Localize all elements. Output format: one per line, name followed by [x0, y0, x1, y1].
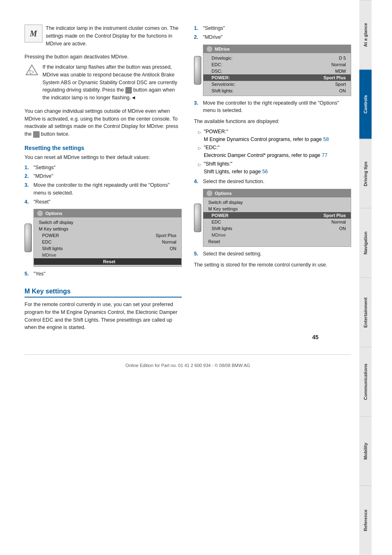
para-deactivates: Pressing the button again deactivates MD… — [24, 53, 182, 61]
bullet-edc: ▷ "EDC:" Electronic Damper Control* prog… — [198, 144, 351, 159]
step-1: 1."Settings" — [24, 164, 182, 172]
resetting-heading: Resetting the settings — [24, 145, 182, 151]
right-step-2: 2."MDrive" — [194, 34, 351, 41]
row-power-r: POWER Sport Plus — [203, 212, 351, 219]
m-key-heading: M Key settings — [24, 288, 182, 298]
footer-text: Online Edition for Part no. 01 41 2 600 … — [125, 363, 250, 368]
row-drivelogic: Drivelogic: D 5 — [203, 55, 351, 61]
controller-knob-3 — [194, 204, 201, 232]
sidebar-tab-navigation[interactable]: Navigation — [359, 208, 372, 278]
available-text: The available functions are displayed: — [194, 118, 351, 125]
row-reset: Reset — [34, 258, 181, 265]
triangle-icon: ▷ — [25, 63, 38, 76]
step-2: 2."MDrive" — [24, 172, 182, 180]
sidebar-tab-communications[interactable]: Communications — [359, 347, 372, 416]
step-3: 3.Move the controller to the right repea… — [24, 181, 182, 197]
sidebar-tab-reference[interactable]: Reference — [359, 486, 372, 555]
sidebar-tab-entertainment[interactable]: Entertainment — [359, 278, 372, 347]
controller-knob-2 — [194, 56, 201, 85]
note-triangle-text: If the indicator lamp flashes after the … — [42, 63, 182, 102]
knob-right-2 — [194, 189, 201, 247]
row-dsc-mdrive: DSC: MDM — [203, 68, 351, 74]
screen-body-options: Switch off display M Key settings POWER … — [34, 217, 181, 266]
step-4: 4."Reset" — [24, 198, 182, 206]
m-key-para: For the remote control currently in use,… — [24, 301, 182, 331]
row-power-mdrive: POWER: Sport Plus — [203, 74, 351, 81]
sidebar-tabs: At a glance Controls Driving tips Naviga… — [359, 0, 372, 555]
screen-header-options-right: Options — [203, 189, 351, 197]
screen-options-right-body: Switch off display M Key settings POWER … — [203, 197, 351, 246]
screen-mdrive-icon — [207, 46, 212, 52]
sidebar-tab-driving-tips[interactable]: Driving tips — [359, 139, 372, 208]
svg-text:▷: ▷ — [30, 68, 34, 75]
row-shiftlights-mdrive: Shift lights: ON — [203, 87, 351, 94]
controller-knob — [24, 224, 32, 252]
knob-left — [24, 209, 32, 267]
row-shift-r: Shift lights ON — [203, 225, 351, 232]
row-switch-off: Switch off display — [34, 219, 181, 226]
row-edc-r: EDC Normal — [203, 219, 351, 225]
resetting-intro: You can reset all MDrive settings to the… — [24, 154, 182, 161]
row-edc-mdrive: EDC: Normal — [203, 61, 351, 68]
right-step-4: 4.Select the desired function. — [194, 178, 351, 186]
screen-header-icon — [37, 210, 43, 216]
note-m-text: The indicator lamp in the instrument clu… — [46, 25, 182, 47]
screen-header-mdrive: MDrive — [203, 45, 351, 53]
resetting-steps-list: 1."Settings" 2."MDrive" 3.Move the contr… — [24, 164, 182, 206]
arrow-icon-2: ▷ — [198, 145, 201, 159]
sidebar-tab-at-a-glance[interactable]: At a glance — [359, 0, 372, 69]
screen-mdrive-body: Drivelogic: D 5 EDC: Normal DSC: MDM — [203, 53, 351, 96]
row-mdrive: MDrive — [34, 252, 181, 258]
screen-options-right-icon — [207, 190, 212, 196]
row-reset-r: Reset — [203, 238, 351, 245]
screen-options-right: Options Switch off display M Key setting… — [194, 189, 351, 247]
right-step-1: 1."Settings" — [194, 25, 351, 32]
row-mdrive-r: MDrive — [203, 232, 351, 238]
page-number: 45 — [312, 334, 318, 340]
page-footer: Online Edition for Part no. 01 41 2 600 … — [24, 354, 351, 372]
sidebar: At a glance Controls Driving tips Naviga… — [359, 0, 372, 555]
right-step5-list: 5.Select the desired setting. — [194, 250, 351, 258]
row-m-key: M Key settings — [34, 226, 181, 232]
left-column: M The indicator lamp in the instrument c… — [24, 25, 182, 334]
screen-options-right-box: Options Switch off display M Key setting… — [203, 189, 351, 247]
screen-mdrive-box: MDrive Drivelogic: D 5 EDC: Normal — [203, 45, 351, 96]
arrow-icon-3: ▷ — [198, 161, 201, 176]
sidebar-tab-mobility[interactable]: Mobility — [359, 416, 372, 486]
m-icon: M — [24, 25, 42, 43]
row-m-key-r: M Key settings — [203, 206, 351, 212]
row-switch-off-r: Switch off display — [203, 199, 351, 206]
right-step4-list: 4.Select the desired function. — [194, 178, 351, 186]
screen-options-box: Options Switch off display M Key setting… — [33, 209, 182, 267]
right-step-3: 3.Move the controller to the right repea… — [194, 99, 351, 115]
arrow-icon-1: ▷ — [198, 129, 201, 143]
screen-options-reset: Options Switch off display M Key setting… — [24, 209, 182, 267]
step5-list: 5."Yes" — [24, 270, 182, 278]
bullet-shift: ▷ "Shift lights:" Shift Lights, refer to… — [198, 160, 351, 176]
row-power: POWER Sport Plus — [34, 232, 181, 239]
para-change: You can change individual settings outsi… — [24, 107, 182, 138]
final-text: The setting is stored for the remote con… — [194, 261, 351, 269]
right-steps-top: 1."Settings" 2."MDrive" — [194, 25, 351, 41]
m-key-section: M Key settings For the remote control cu… — [24, 288, 182, 331]
row-edc: EDC Normal — [34, 239, 181, 245]
sidebar-tab-controls[interactable]: Controls — [359, 69, 372, 139]
knob-right — [194, 45, 201, 96]
row-shift-lights: Shift lights ON — [34, 245, 181, 252]
bullet-list: ▷ "POWER:" M Engine Dynamics Control pro… — [198, 128, 351, 176]
screen-mdrive-container: MDrive Drivelogic: D 5 EDC: Normal — [194, 45, 351, 96]
right-step3-list: 3.Move the controller to the right repea… — [194, 99, 351, 115]
row-servo-mdrive: Servotronic: Sport — [203, 81, 351, 87]
note-m-icon-box: M The indicator lamp in the instrument c… — [24, 25, 182, 50]
right-step-5: 5.Select the desired setting. — [194, 250, 351, 258]
note-triangle-box: ▷ If the indicator lamp flashes after th… — [24, 63, 182, 104]
right-column: 1."Settings" 2."MDrive" MDrive — [194, 25, 351, 334]
bullet-power: ▷ "POWER:" M Engine Dynamics Control pro… — [198, 128, 351, 143]
page-number-area: 45 — [24, 334, 335, 342]
step-5: 5."Yes" — [24, 270, 182, 278]
screen-header-options: Options — [34, 209, 181, 217]
main-content: M The indicator lamp in the instrument c… — [0, 0, 359, 555]
